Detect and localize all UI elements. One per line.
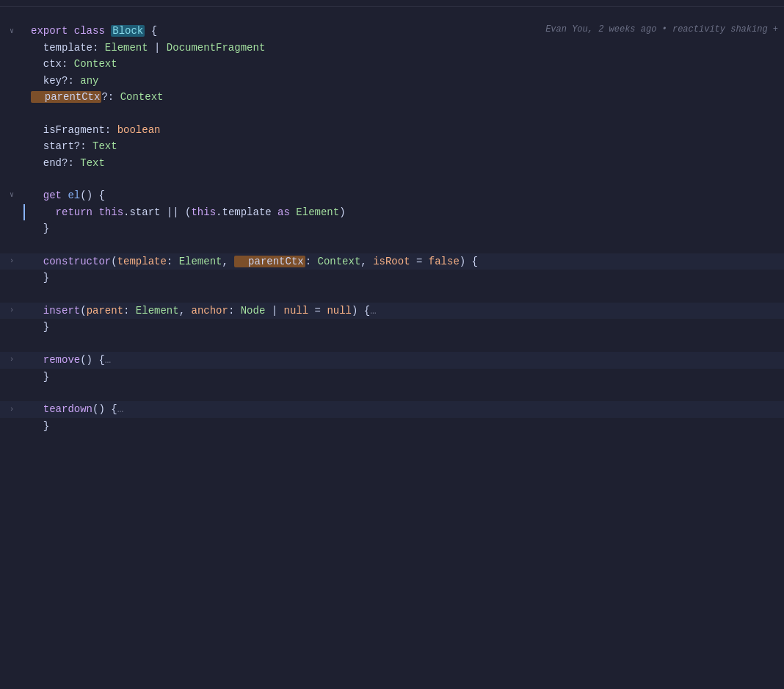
code-line[interactable] (0, 336, 784, 352)
code-token: Context (74, 58, 117, 70)
code-line[interactable]: › teardown() {… (0, 401, 784, 417)
code-token: as (277, 206, 290, 218)
fold-arrow-collapsed[interactable]: › (10, 305, 14, 317)
line-gutter (0, 336, 23, 352)
code-token: Block (111, 25, 145, 37)
code-token: parentCtx (234, 256, 305, 267)
code-line[interactable] (0, 7, 784, 23)
code-token: DocumentFragment (167, 42, 265, 54)
code-token: false (429, 256, 460, 267)
line-gutter (0, 220, 23, 237)
code-token: insert (31, 305, 80, 317)
line-content: key?: any (25, 73, 784, 89)
line-content (25, 105, 784, 121)
code-line[interactable]: isFragment: boolean (0, 122, 784, 138)
code-line[interactable]: › remove() {… (0, 352, 784, 368)
code-token: ) { (352, 305, 370, 317)
code-token: || ( (160, 206, 191, 218)
fold-arrow-open[interactable]: ∨ (10, 26, 14, 37)
code-token: null (327, 305, 352, 317)
code-line[interactable]: › constructor(template: Element, parentC… (0, 253, 784, 270)
code-line[interactable]: template: Element | DocumentFragment (0, 40, 784, 56)
code-token: , (360, 256, 373, 267)
code-token: } (31, 272, 49, 284)
code-token: : (62, 58, 74, 70)
code-token: = (308, 305, 327, 317)
line-content: export class Block { (25, 23, 531, 39)
code-token: template (222, 206, 271, 218)
line-content: end?: Text (25, 155, 784, 171)
line-gutter (0, 155, 23, 171)
code-token: remove (31, 354, 80, 366)
code-token: () { (92, 403, 117, 415)
line-content: teardown() {… (25, 401, 784, 417)
code-line[interactable]: end?: Text (0, 155, 784, 171)
code-token: ( (111, 256, 117, 267)
code-line[interactable]: ∨export class Block {Evan You, 2 weeks a… (0, 23, 784, 39)
git-blame-header (0, 0, 784, 7)
code-token: ?: (62, 157, 80, 169)
code-token: Text (80, 157, 105, 169)
code-line[interactable] (0, 286, 784, 303)
code-token: template (31, 42, 92, 54)
code-line[interactable]: } (0, 220, 784, 237)
code-token: isFragment (31, 124, 105, 136)
git-inline-blame: Evan You, 2 weeks ago • reactivity shaki… (531, 23, 784, 39)
line-gutter (0, 40, 23, 56)
code-token: parent (87, 305, 123, 317)
code-token: : (228, 305, 241, 317)
code-token: any (80, 75, 98, 87)
code-token: () { (80, 190, 105, 201)
line-gutter (0, 286, 23, 303)
code-token: } (31, 321, 49, 333)
line-content: start?: Text (25, 138, 784, 154)
code-line[interactable]: › insert(parent: Element, anchor: Node |… (0, 303, 784, 319)
code-line[interactable]: ∨ get el() { (0, 187, 784, 203)
code-token: template (117, 256, 167, 267)
line-gutter (0, 270, 23, 286)
code-line[interactable]: ctx: Context (0, 56, 784, 72)
code-token: : (105, 124, 117, 136)
code-container: ∨export class Block {Evan You, 2 weeks a… (0, 7, 784, 434)
fold-arrow-open[interactable]: ∨ (10, 190, 14, 201)
code-line[interactable] (0, 171, 784, 187)
line-content (25, 286, 784, 303)
line-gutter (0, 73, 23, 89)
line-gutter: › (0, 401, 23, 417)
code-line[interactable]: parentCtx?: Context (0, 89, 784, 105)
code-token: … (117, 403, 123, 415)
code-line[interactable]: return this.start || (this.template as E… (0, 204, 784, 220)
code-token: Text (92, 140, 117, 152)
code-token: return (31, 206, 98, 218)
code-line[interactable] (0, 385, 784, 401)
line-gutter (0, 418, 23, 434)
code-token: : (123, 305, 136, 317)
code-token: : (92, 42, 105, 54)
fold-arrow-collapsed[interactable]: › (10, 404, 14, 416)
code-token: teardown (31, 403, 92, 415)
line-content: constructor(template: Element, parentCtx… (25, 253, 784, 270)
code-line[interactable] (0, 105, 784, 121)
code-token: : (167, 256, 179, 267)
fold-arrow-collapsed[interactable]: › (10, 256, 14, 267)
code-token: Element (296, 206, 339, 218)
line-gutter: ∨ (0, 187, 23, 203)
line-gutter (0, 171, 23, 187)
line-content: } (25, 220, 784, 237)
code-token: | (148, 42, 167, 54)
line-gutter (0, 369, 23, 385)
code-line[interactable]: start?: Text (0, 138, 784, 154)
line-gutter (0, 138, 23, 154)
code-line[interactable]: } (0, 319, 784, 335)
line-gutter (0, 105, 23, 121)
code-token: { (145, 25, 157, 37)
line-content: } (25, 319, 784, 335)
code-line[interactable]: } (0, 418, 784, 434)
code-line[interactable] (0, 237, 784, 253)
fold-arrow-collapsed[interactable]: › (10, 354, 14, 366)
code-token: ctx (31, 58, 62, 70)
code-line[interactable]: } (0, 369, 784, 385)
code-line[interactable]: } (0, 270, 784, 286)
line-content: } (25, 369, 784, 385)
code-line[interactable]: key?: any (0, 73, 784, 89)
